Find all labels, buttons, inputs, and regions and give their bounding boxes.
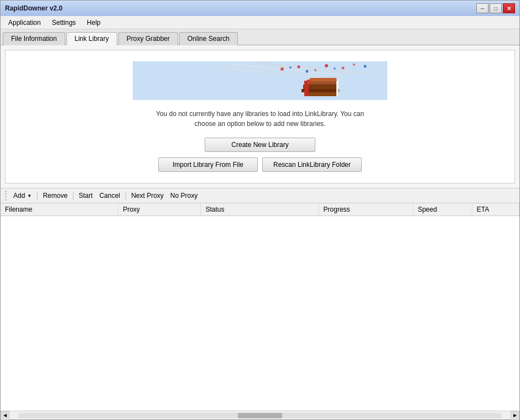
col-eta: ETA [472, 203, 519, 216]
svg-point-15 [334, 67, 336, 70]
window-controls: ─ □ ✕ [476, 3, 515, 13]
maximize-button[interactable]: □ [490, 3, 502, 13]
library-banner-image [133, 61, 387, 100]
svg-rect-23 [307, 80, 310, 84]
next-proxy-button[interactable]: Next Proxy [128, 191, 167, 201]
svg-point-14 [306, 70, 309, 73]
import-library-button[interactable]: Import Library From File [158, 158, 258, 172]
menu-bar: Application Settings Help [1, 16, 519, 29]
menu-settings[interactable]: Settings [46, 18, 81, 28]
scroll-left-button[interactable]: ◀ [1, 411, 9, 420]
remove-button[interactable]: Remove [39, 191, 71, 201]
col-status: Status [201, 203, 319, 216]
horizontal-scrollbar[interactable]: ◀ ▶ [1, 411, 519, 419]
col-speed: Speed [413, 203, 472, 216]
tab-proxy-grabber[interactable]: Proxy Grabber [118, 32, 178, 45]
tab-online-search[interactable]: Online Search [179, 32, 238, 45]
col-proxy: Proxy [118, 203, 201, 216]
table-header: Filename Proxy Status Progress Speed ETA [1, 203, 519, 216]
secondary-buttons: Import Library From File Rescan LinkLibr… [158, 158, 362, 172]
svg-point-8 [298, 66, 300, 69]
close-button[interactable]: ✕ [503, 3, 515, 13]
scroll-track[interactable] [18, 413, 502, 418]
menu-help[interactable]: Help [81, 18, 106, 28]
separator-1: | [36, 191, 38, 201]
separator-2: | [72, 191, 74, 201]
svg-point-13 [289, 66, 292, 69]
separator-3: | [124, 191, 127, 201]
add-dropdown-arrow[interactable]: ▼ [27, 193, 32, 198]
rescan-folder-button[interactable]: Rescan LinkLibrary Folder [262, 158, 362, 172]
main-content: You do not currently have any libraries … [1, 45, 519, 411]
toolbar-grip [5, 191, 7, 201]
download-table: Filename Proxy Status Progress Speed ETA [1, 203, 519, 411]
svg-rect-19 [310, 78, 336, 81]
svg-point-10 [325, 64, 328, 67]
svg-point-11 [342, 67, 345, 70]
title-bar: RapidDowner v2.0 ─ □ ✕ [1, 1, 519, 16]
svg-point-12 [353, 64, 355, 66]
svg-rect-25 [337, 80, 339, 84]
svg-point-16 [364, 65, 367, 68]
window-title: RapidDowner v2.0 [5, 4, 63, 12]
create-library-button[interactable]: Create New Library [205, 138, 315, 152]
scroll-thumb[interactable] [238, 413, 282, 418]
scroll-right-button[interactable]: ▶ [511, 411, 519, 420]
table-body [1, 216, 519, 382]
start-button[interactable]: Start [75, 191, 96, 201]
svg-point-7 [280, 67, 284, 71]
no-proxy-button[interactable]: No Proxy [167, 191, 201, 201]
col-progress: Progress [319, 203, 414, 216]
minimize-button[interactable]: ─ [476, 3, 488, 13]
toolbar: Add ▼ | Remove | Start Cancel | Next Pro… [1, 188, 519, 203]
tab-file-information[interactable]: File Information [3, 32, 65, 45]
menu-application[interactable]: Application [3, 18, 46, 28]
main-window: RapidDowner v2.0 ─ □ ✕ Application Setti… [0, 0, 520, 420]
link-library-panel: You do not currently have any libraries … [5, 50, 515, 183]
tab-link-library[interactable]: Link Library [66, 32, 117, 45]
tab-bar: File Information Link Library Proxy Grab… [1, 29, 519, 45]
add-button[interactable]: Add ▼ [10, 191, 35, 201]
svg-point-9 [314, 69, 316, 71]
library-message: You do not currently have any libraries … [156, 109, 364, 129]
col-filename: Filename [1, 203, 118, 216]
cancel-button[interactable]: Cancel [96, 191, 123, 201]
